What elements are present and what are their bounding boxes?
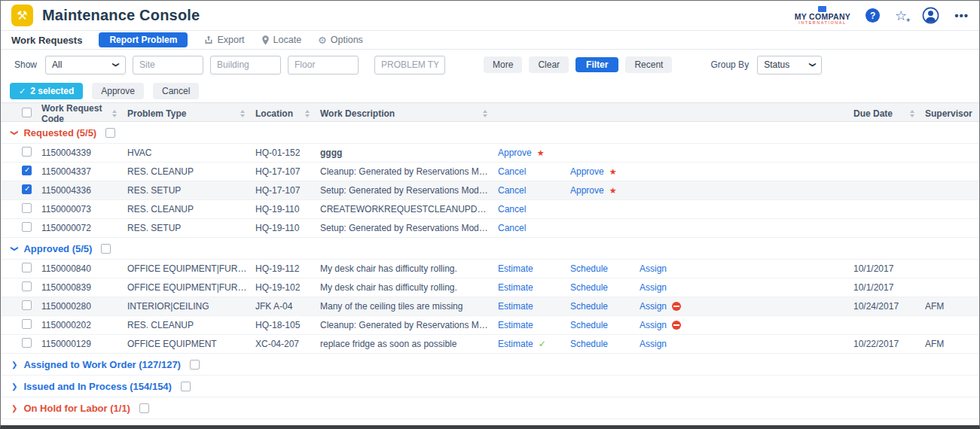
group-checkbox[interactable]	[105, 128, 115, 138]
problem-type: OFFICE EQUIPMENT|FURNITURE	[127, 282, 255, 293]
action-assign-link[interactable]: Assign	[640, 263, 667, 274]
sort-icon[interactable]	[305, 110, 310, 117]
user-avatar-icon[interactable]	[922, 7, 939, 24]
more-options-icon[interactable]: •••	[954, 9, 969, 22]
approve-selected-button[interactable]: Approve	[92, 83, 144, 99]
export-button[interactable]: Export	[204, 35, 244, 45]
action-approve-link[interactable]: Approve	[570, 166, 604, 177]
sort-icon[interactable]	[112, 110, 117, 117]
work-description[interactable]: gggg	[320, 148, 498, 158]
floor-input[interactable]	[288, 56, 359, 75]
group-label[interactable]: On Hold for Labor (1/1)	[23, 403, 130, 414]
action-estimate-link[interactable]: Estimate	[498, 282, 533, 293]
group-checkbox[interactable]	[190, 360, 200, 370]
location: JFK A-04	[255, 301, 320, 312]
row-checkbox[interactable]	[22, 147, 32, 157]
column-supervisor: Supervisor	[925, 108, 979, 119]
group-checkbox[interactable]	[101, 244, 111, 254]
chevron-collapsed-icon[interactable]: ❯	[11, 426, 17, 429]
more-filters-button[interactable]: More	[484, 56, 522, 73]
action-cancel-link[interactable]: Cancel	[498, 204, 526, 214]
site-input[interactable]	[133, 56, 203, 75]
app-logo-tools-icon: ⚒	[11, 5, 33, 26]
row-checkbox[interactable]	[22, 184, 32, 194]
group-checkbox[interactable]	[117, 425, 127, 429]
problem-type: RES. CLEANUP	[127, 204, 255, 214]
work-description: Setup: Generated by Reservations Module	[320, 223, 498, 233]
group-label[interactable]: Completed (68/68)	[23, 424, 108, 429]
problem-type-input[interactable]	[374, 56, 445, 75]
action-schedule-link[interactable]: Schedule	[570, 263, 608, 274]
action-cancel-link[interactable]: Cancel	[498, 185, 526, 196]
group-by-select[interactable]: Status ❯	[757, 56, 822, 75]
selected-count-chip[interactable]: ✓ 2 selected	[10, 83, 83, 99]
location: HQ-17-107	[255, 166, 320, 177]
action-estimate-link[interactable]: Estimate	[498, 320, 533, 330]
cancel-selected-button[interactable]: Cancel	[153, 83, 199, 99]
column-due-date[interactable]: Due Date	[853, 108, 925, 119]
column-label: Problem Type	[127, 108, 186, 119]
column-work-description[interactable]: Work Description	[320, 108, 498, 119]
options-button[interactable]: ⚙ Options	[318, 35, 363, 45]
group-checkbox[interactable]	[139, 403, 149, 413]
row-checkbox[interactable]	[22, 300, 32, 310]
action-cancel-link[interactable]: Cancel	[498, 166, 526, 177]
show-select[interactable]: All ❯	[45, 56, 126, 75]
action-estimate-link[interactable]: Estimate	[498, 263, 533, 274]
group-label[interactable]: Requested (5/5)	[23, 127, 96, 138]
column-location[interactable]: Location	[255, 108, 320, 119]
action-assign-link[interactable]: Assign	[640, 339, 667, 349]
row-checkbox[interactable]	[22, 319, 32, 329]
row-checkbox[interactable]	[22, 222, 32, 232]
locate-button[interactable]: Locate	[261, 35, 302, 45]
action-assign-link[interactable]: Assign	[640, 282, 667, 293]
select-all-checkbox[interactable]	[22, 108, 32, 117]
show-select-value: All	[52, 59, 62, 70]
action-schedule-link[interactable]: Schedule	[570, 339, 608, 349]
row-checkbox[interactable]	[22, 203, 32, 213]
action-schedule-link[interactable]: Schedule	[570, 282, 608, 293]
report-problem-button[interactable]: Report Problem	[99, 32, 188, 47]
action-assign-link[interactable]: Assign	[640, 301, 667, 312]
row-checkbox[interactable]	[22, 338, 32, 348]
action-estimate-link[interactable]: Estimate	[498, 339, 533, 349]
action-approve-link[interactable]: Approve	[498, 148, 532, 158]
group-checkbox[interactable]	[181, 382, 191, 391]
row-checkbox[interactable]	[22, 281, 32, 291]
work-description: My desk chair has difficulty rolling.	[320, 263, 498, 274]
chevron-expanded-icon[interactable]: ❯	[11, 245, 19, 251]
map-pin-icon	[261, 35, 270, 45]
chevron-collapsed-icon[interactable]: ❯	[11, 382, 17, 391]
sort-icon[interactable]	[483, 110, 487, 117]
required-star-icon: ★	[609, 186, 617, 195]
required-star-icon: ★	[537, 148, 545, 157]
action-assign-link[interactable]: Assign	[640, 320, 667, 330]
action-estimate-link[interactable]: Estimate	[498, 301, 533, 312]
recent-button[interactable]: Recent	[625, 56, 672, 73]
group-label[interactable]: Approved (5/5)	[23, 243, 92, 254]
chevron-collapsed-icon[interactable]: ❯	[11, 361, 17, 369]
column-work-request-code[interactable]: Work Request Code	[41, 103, 127, 124]
column-problem-type[interactable]: Problem Type	[127, 108, 255, 119]
sort-icon[interactable]	[240, 110, 245, 117]
column-label: Due Date	[853, 108, 893, 119]
group-label[interactable]: Issued and In Process (154/154)	[23, 381, 172, 392]
sort-icon[interactable]	[910, 110, 914, 117]
filter-button[interactable]: Filter	[575, 57, 618, 72]
chevron-expanded-icon[interactable]: ❯	[11, 129, 19, 135]
action-approve-link[interactable]: Approve	[570, 185, 604, 196]
group-label[interactable]: Assigned to Work Order (127/127)	[23, 359, 181, 370]
building-input[interactable]	[210, 56, 281, 75]
favorite-add-icon[interactable]: ☆+	[895, 9, 907, 23]
clear-button[interactable]: Clear	[529, 56, 569, 73]
help-icon[interactable]: ?	[866, 8, 880, 23]
action-schedule-link[interactable]: Schedule	[570, 301, 608, 312]
chevron-collapsed-icon[interactable]: ❯	[11, 404, 17, 412]
row-checkbox[interactable]	[22, 166, 32, 175]
supervisor: AFM	[925, 301, 979, 312]
export-icon	[204, 35, 213, 44]
action-schedule-link[interactable]: Schedule	[570, 320, 608, 330]
action-cancel-link[interactable]: Cancel	[498, 223, 526, 233]
work-requests-nav[interactable]: Work Requests	[11, 35, 82, 46]
row-checkbox[interactable]	[22, 263, 32, 272]
